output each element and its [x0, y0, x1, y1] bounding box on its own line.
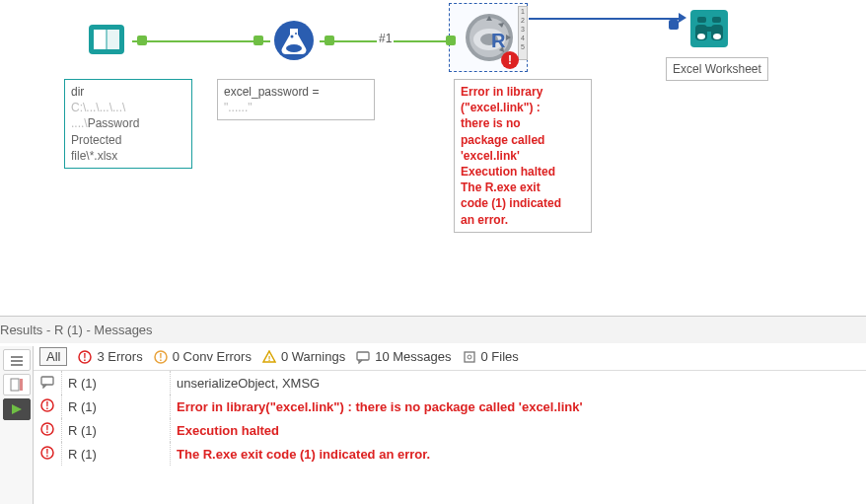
svg-point-6 [291, 36, 294, 38]
input-port[interactable] [253, 36, 263, 45]
error-icon: ! [39, 397, 55, 413]
messages-table: R (1) unserializeObject, XMSG ! R (1) Er… [0, 371, 866, 466]
svg-rect-21 [11, 360, 23, 362]
svg-text:!: ! [45, 448, 48, 459]
gutter-btn-2[interactable] [3, 374, 31, 396]
svg-text:!: ! [45, 424, 48, 435]
node-r-error-label: Error in library ("excel.link") : there … [454, 79, 592, 233]
svg-rect-14 [712, 17, 721, 23]
error-icon: ! [39, 445, 55, 461]
directory-icon [84, 18, 129, 63]
file-icon [462, 349, 477, 365]
svg-rect-1 [94, 30, 107, 49]
error-icon: ! [77, 349, 93, 365]
results-gutter [0, 346, 34, 504]
msg-text: unserializeObject, XMSG [171, 371, 867, 395]
msg-text: The R.exe exit code (1) indicated an err… [171, 442, 867, 466]
svg-rect-17 [705, 27, 713, 32]
msg-source: R (1) [62, 395, 171, 418]
table-row[interactable]: R (1) unserializeObject, XMSG [0, 371, 866, 395]
msg-source: R (1) [62, 371, 171, 395]
svg-text:!: ! [159, 352, 162, 363]
connector-3-4[interactable] [529, 18, 682, 20]
svg-rect-33 [41, 377, 53, 385]
input-port[interactable] [446, 36, 456, 45]
svg-point-19 [713, 34, 721, 39]
r-anchor-ruler[interactable]: 1 2 3 4 5 [518, 6, 528, 60]
gutter-btn-1[interactable] [3, 349, 31, 371]
svg-rect-13 [697, 17, 706, 23]
msg-text: Error in library("excel.link") : there i… [171, 395, 867, 418]
msg-text: Execution halted [171, 418, 867, 442]
gutter-btn-3[interactable] [3, 398, 31, 420]
connector-1-2[interactable] [132, 40, 270, 42]
svg-point-5 [286, 44, 302, 52]
svg-rect-31 [465, 352, 474, 362]
svg-rect-23 [11, 379, 19, 391]
svg-rect-2 [107, 30, 119, 49]
message-icon [39, 374, 55, 390]
svg-rect-24 [20, 379, 23, 391]
connector-label: #1 [377, 32, 394, 45]
results-filter-row: All ! 3 Errors ! 0 Conv Errors ! 0 Warni… [0, 343, 866, 371]
msg-source: R (1) [62, 442, 171, 466]
filter-warnings[interactable]: ! 0 Warnings [261, 349, 345, 365]
svg-point-18 [697, 34, 705, 39]
node-directory-label: dir C:\...\...\...\ ....\Password Protec… [64, 79, 192, 169]
svg-rect-20 [11, 356, 23, 358]
node-browse-label: Excel Worksheet [666, 57, 768, 81]
svg-text:R: R [491, 30, 506, 51]
flask-icon [271, 18, 317, 63]
svg-text:!: ! [45, 400, 48, 411]
workflow-canvas[interactable]: dir C:\...\...\...\ ....\Password Protec… [0, 0, 866, 316]
svg-text:!: ! [84, 352, 87, 363]
svg-point-32 [468, 355, 471, 359]
node-formula[interactable] [271, 18, 317, 63]
filter-conv-errors[interactable]: ! 0 Conv Errors [153, 349, 252, 365]
node-formula-label: excel_password = "......" [217, 79, 375, 120]
arrowhead-icon [679, 13, 686, 23]
message-icon [355, 349, 371, 365]
node-browse[interactable] [686, 6, 732, 51]
results-panel[interactable]: Results - R (1) - Messages All ! 3 Error… [0, 316, 866, 504]
binoculars-icon [686, 6, 732, 51]
filter-messages[interactable]: 10 Messages [355, 349, 451, 365]
filter-errors[interactable]: ! 3 Errors [77, 349, 142, 365]
error-icon: ! [39, 421, 55, 437]
msg-source: R (1) [62, 418, 171, 442]
error-badge-icon: ! [501, 51, 519, 69]
table-row[interactable]: ! R (1) The R.exe exit code (1) indicate… [0, 442, 866, 466]
svg-point-7 [295, 33, 297, 35]
filter-files[interactable]: 0 Files [462, 349, 519, 365]
svg-text:!: ! [268, 354, 271, 363]
input-port[interactable] [669, 20, 679, 30]
filter-all[interactable]: All [39, 347, 67, 366]
table-row[interactable]: ! R (1) Execution halted [0, 418, 866, 442]
table-row[interactable]: ! R (1) Error in library("excel.link") :… [0, 395, 866, 418]
warning-icon: ! [261, 349, 277, 365]
svg-rect-30 [357, 352, 369, 360]
node-directory[interactable] [84, 18, 129, 63]
results-title: Results - R (1) - Messages [0, 317, 866, 343]
svg-rect-22 [11, 364, 23, 366]
conv-error-icon: ! [153, 349, 169, 365]
